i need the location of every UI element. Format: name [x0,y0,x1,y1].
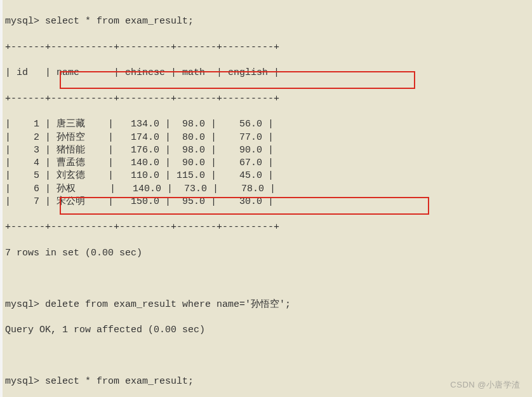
table-row: | 2 | 孙悟空 | 174.0 | 80.0 | 77.0 | [5,131,527,144]
terminal-output: mysql> select * from exam_result; +-----… [0,0,532,397]
table-row: | 4 | 曹孟德 | 140.0 | 90.0 | 67.0 | [5,157,527,170]
sql-query: select * from exam_result; [45,376,194,387]
query-line-1: mysql> select * from exam_result; [5,15,527,28]
query-line-2: mysql> delete from exam_result where nam… [5,299,527,311]
table-row: | 7 | 宋公明 | 150.0 | 95.0 | 30.0 | [5,196,527,208]
prompt: mysql> [5,16,39,27]
table-row: | 1 | 唐三藏 | 134.0 | 98.0 | 56.0 | [5,118,527,131]
result-footer: 7 rows in set (0.00 sec) [5,247,527,260]
table-row: | 5 | 刘玄德 | 110.0 | 115.0 | 45.0 | [5,170,527,182]
blank-line [5,273,527,285]
sql-query: delete from exam_result where name='孙悟空'… [45,299,291,310]
table-row: | 6 | 孙权 | 140.0 | 73.0 | 78.0 | [5,183,527,196]
table-row: | 3 | 猪悟能 | 176.0 | 98.0 | 90.0 | [5,144,527,157]
delete-result: Query OK, 1 row affected (0.00 sec) [5,324,527,337]
watermark-text: CSDN @小唐学渣 [450,379,521,391]
table-border: +------+-----------+---------+-------+--… [5,41,527,54]
query-line-3: mysql> select * from exam_result; [5,375,527,388]
prompt: mysql> [5,299,39,310]
left-margin-strip [0,0,3,397]
sql-query: select * from exam_result; [45,16,194,27]
table-border: +------+-----------+---------+-------+--… [5,221,527,234]
table-border: +------+-----------+---------+-------+--… [5,93,527,105]
table-header: | id | name | chinese | math | english | [5,67,527,79]
blank-line [5,350,527,363]
prompt: mysql> [5,376,39,387]
